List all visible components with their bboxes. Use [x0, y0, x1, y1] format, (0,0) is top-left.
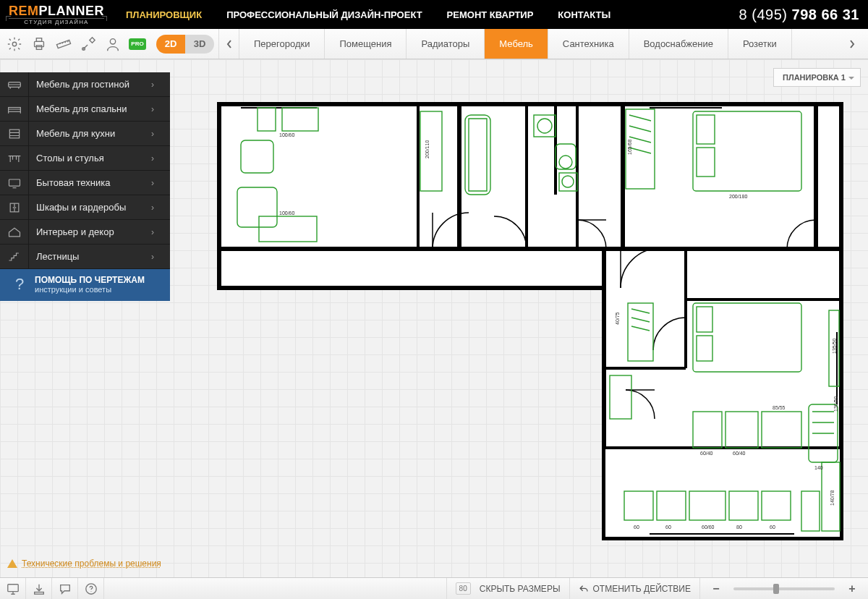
tabs-scroll-left[interactable]: [218, 29, 239, 59]
view-2d-button[interactable]: 2D: [156, 35, 185, 54]
zoom-out-button[interactable]: −: [709, 582, 723, 595]
zoom-slider-thumb[interactable]: [773, 584, 779, 594]
ruler-icon[interactable]: [55, 35, 72, 53]
svg-rect-17: [219, 249, 604, 288]
undo-button[interactable]: ОТМЕНИТЬ ДЕЙСТВИЕ: [569, 578, 699, 599]
svg-text:60/60: 60/60: [702, 524, 715, 530]
zoom-slider[interactable]: [733, 587, 835, 590]
nav-planner[interactable]: ПЛАНИРОВЩИК: [126, 9, 202, 20]
undo-label: ОТМЕНИТЬ ДЕЙСТВИЕ: [593, 584, 691, 594]
logo-text-rem: REM: [9, 4, 39, 18]
monitor-icon: [0, 171, 29, 195]
zoom-in-button[interactable]: +: [845, 582, 859, 595]
top-nav: ПЛАНИРОВЩИК ПРОФЕССИОНАЛЬНЫЙ ДИЗАЙН-ПРОЕ…: [126, 9, 610, 20]
sidebar-item-living-room[interactable]: Мебель для гостиной ›: [0, 72, 170, 97]
sofa-icon: [0, 72, 29, 96]
nav-design-project[interactable]: ПРОФЕССИОНАЛЬНЫЙ ДИЗАЙН-ПРОЕКТ: [226, 9, 422, 20]
svg-rect-10: [9, 179, 20, 186]
svg-text:100/60: 100/60: [279, 211, 295, 216]
view-toggle: 2D 3D: [156, 35, 214, 54]
zoom-pct-box: 80: [456, 582, 471, 595]
canvas-area[interactable]: Мебель для гостиной › Мебель для спальни…: [0, 59, 868, 577]
zoom-control: − +: [699, 578, 868, 599]
hide-sizes-toggle[interactable]: 80 СКРЫТЬ РАЗМЕРЫ: [446, 578, 569, 599]
tabs-scroll-right[interactable]: [842, 29, 862, 59]
toolbar-icon-group: PRO: [6, 35, 153, 53]
sidebar-item-kitchen[interactable]: Мебель для кухни ›: [0, 122, 170, 146]
settings-icon[interactable]: [6, 35, 23, 53]
svg-text:85/55: 85/55: [773, 405, 786, 410]
present-icon[interactable]: [0, 578, 26, 599]
view-3d-button[interactable]: 3D: [185, 35, 214, 54]
svg-point-0: [12, 42, 17, 46]
sidebar-item-appliances[interactable]: Бытовая техника ›: [0, 171, 170, 195]
wardrobe-icon: [0, 195, 29, 219]
svg-rect-94: [34, 592, 43, 594]
svg-rect-1: [35, 41, 44, 46]
tab-rooms[interactable]: Помещения: [325, 29, 407, 59]
warning-icon: [7, 554, 17, 568]
svg-rect-18: [604, 448, 841, 538]
pro-badge[interactable]: PRO: [129, 38, 146, 50]
svg-text:140: 140: [814, 465, 823, 470]
chevron-right-icon: ›: [151, 252, 170, 262]
svg-rect-93: [7, 584, 17, 591]
help-icon[interactable]: [78, 578, 104, 599]
nav-renovation[interactable]: РЕМОНТ КВАРТИР: [447, 9, 534, 20]
tools-icon[interactable]: [80, 35, 97, 53]
nav-contacts[interactable]: КОНТАКТЫ: [558, 9, 610, 20]
tech-problems-link: Технические проблемы и решения: [7, 556, 161, 570]
sidebar-item-wardrobes[interactable]: Шкафы и гардеробы ›: [0, 195, 170, 220]
hide-sizes-label: СКРЫТЬ РАЗМЕРЫ: [480, 584, 561, 594]
drawers-icon: [0, 122, 29, 145]
tab-radiators[interactable]: Радиаторы: [407, 29, 485, 59]
header-phone[interactable]: 8 (495) 798 66 31: [739, 7, 859, 23]
svg-text:60/40: 60/40: [733, 451, 746, 456]
svg-text:135/50: 135/50: [832, 338, 837, 354]
svg-text:80: 80: [736, 524, 742, 530]
svg-text:165/68: 165/68: [627, 139, 632, 155]
export-icon[interactable]: [26, 578, 52, 599]
project-selector[interactable]: ПЛАНИРОВКА 1: [773, 68, 861, 87]
chevron-right-icon: ›: [151, 178, 170, 188]
sidebar-item-stairs[interactable]: Лестницы ›: [0, 245, 170, 269]
house-icon: [0, 220, 29, 244]
print-icon[interactable]: [30, 35, 48, 53]
category-tabs: Перегородки Помещения Радиаторы Мебель С…: [239, 29, 842, 59]
tab-water-supply[interactable]: Водоснабжение: [629, 29, 728, 59]
sidebar-item-tables[interactable]: Столы и стулья ›: [0, 146, 170, 171]
user-icon[interactable]: [104, 35, 122, 53]
help-title: ПОМОЩЬ ПО ЧЕРТЕЖАМ: [35, 275, 145, 285]
tech-problems-anchor[interactable]: Технические проблемы и решения: [22, 558, 161, 569]
svg-text:60/40: 60/40: [700, 451, 713, 456]
svg-rect-3: [36, 45, 41, 49]
svg-rect-13: [459, 104, 623, 249]
chevron-right-icon: ›: [151, 153, 170, 163]
svg-rect-2: [36, 38, 41, 41]
svg-text:60: 60: [770, 524, 775, 530]
status-bar: 80 СКРЫТЬ РАЗМЕРЫ ОТМЕНИТЬ ДЕЙСТВИЕ − +: [0, 577, 868, 599]
chevron-right-icon: ›: [151, 104, 170, 114]
svg-text:60: 60: [665, 524, 671, 530]
logo[interactable]: REMPLANNER СТУДИЯ ДИЗАЙНА: [9, 4, 104, 25]
svg-point-6: [110, 38, 115, 43]
tab-plumbing[interactable]: Сантехника: [548, 29, 629, 59]
table-icon: [0, 146, 29, 170]
chat-icon[interactable]: [52, 578, 78, 599]
svg-text:130/50: 130/50: [833, 396, 838, 412]
chevron-right-icon: ›: [151, 203, 170, 213]
floor-plan[interactable]: 100/60 200/110 165/68 200/180 40/75 100/…: [216, 101, 845, 556]
tab-sockets[interactable]: Розетки: [728, 29, 792, 59]
sidebar-help[interactable]: ? ПОМОЩЬ ПО ЧЕРТЕЖАМ инструкции и советы: [0, 269, 170, 301]
tab-partitions[interactable]: Перегородки: [239, 29, 325, 59]
sidebar-item-decor[interactable]: Интерьер и декор ›: [0, 220, 170, 245]
logo-subtitle: СТУДИЯ ДИЗАЙНА: [9, 18, 104, 25]
svg-rect-9: [9, 129, 19, 138]
chevron-right-icon: ›: [151, 227, 170, 237]
tab-furniture[interactable]: Мебель: [485, 29, 548, 59]
bed-icon: [0, 97, 29, 121]
sidebar-item-bedroom[interactable]: Мебель для спальни ›: [0, 97, 170, 122]
svg-rect-14: [623, 104, 816, 249]
help-subtitle: инструкции и советы: [35, 285, 145, 294]
svg-text:40/75: 40/75: [615, 312, 620, 325]
